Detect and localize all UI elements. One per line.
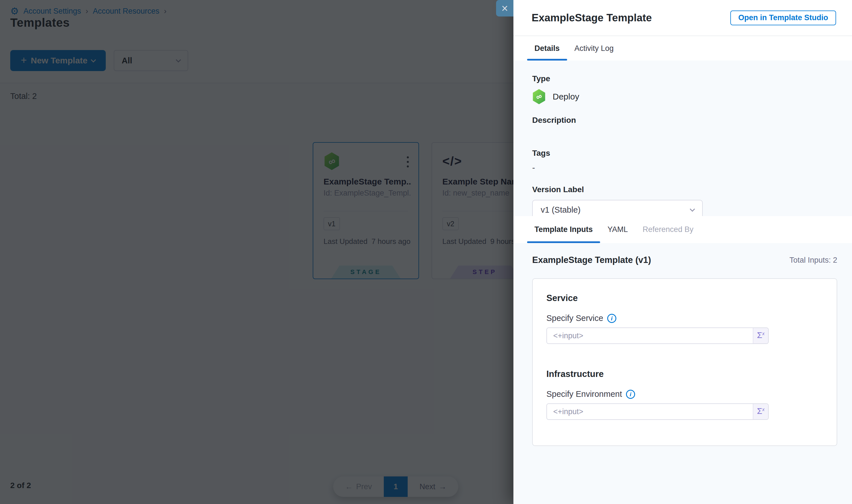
tab-details[interactable]: Details — [527, 36, 567, 60]
details-section: Type ∞ Deploy Description Tags - Version… — [513, 60, 852, 216]
drawer-header: ExampleStage Template Open in Template S… — [513, 0, 852, 36]
specify-environment-label-row: Specify Environment i — [546, 390, 823, 399]
info-icon: i — [607, 314, 616, 323]
version-select-value: v1 (Stable) — [541, 205, 581, 215]
tab-template-inputs[interactable]: Template Inputs — [527, 216, 600, 243]
drawer-inner-tabbar: Template Inputs YAML Referenced By — [513, 216, 852, 243]
inputs-card: Service Specify Service i Σ x Infrastruc… — [532, 278, 837, 446]
service-input-group: Σ x — [546, 327, 769, 344]
specify-service-label-row: Specify Service i — [546, 313, 823, 323]
info-icon: i — [626, 390, 635, 399]
close-drawer-button[interactable]: × — [496, 0, 513, 17]
specify-service-label: Specify Service — [546, 313, 603, 323]
description-label: Description — [532, 116, 836, 125]
tab-activity-log[interactable]: Activity Log — [567, 36, 621, 60]
type-value-row: ∞ Deploy — [532, 89, 836, 104]
expression-sigma-icon[interactable]: Σ x — [753, 404, 768, 419]
specify-environment-label: Specify Environment — [546, 390, 622, 399]
inputs-heading-row: ExampleStage Template (v1) Total Inputs:… — [532, 255, 837, 265]
tab-referenced-by[interactable]: Referenced By — [635, 216, 701, 243]
open-template-studio-button[interactable]: Open in Template Studio — [730, 11, 836, 25]
service-input[interactable] — [547, 328, 753, 343]
app-root: ⚙ Account Settings › Account Resources ›… — [0, 0, 852, 504]
drawer-title: ExampleStage Template — [532, 12, 652, 24]
expression-sigma-icon[interactable]: Σ x — [753, 328, 768, 343]
environment-input[interactable] — [547, 404, 753, 419]
drawer-tabbar: Details Activity Log — [513, 36, 852, 60]
template-details-drawer: × ExampleStage Template Open in Template… — [513, 0, 852, 504]
close-icon: × — [502, 3, 508, 14]
type-value: Deploy — [552, 92, 579, 102]
service-heading: Service — [546, 293, 823, 303]
chevron-down-icon — [690, 206, 695, 212]
infrastructure-heading: Infrastructure — [546, 369, 823, 379]
version-label: Version Label — [532, 185, 836, 194]
deploy-hexagon-icon: ∞ — [532, 89, 546, 104]
inputs-heading: ExampleStage Template (v1) — [532, 255, 651, 265]
type-label: Type — [532, 74, 836, 83]
tags-value: - — [532, 163, 836, 173]
environment-input-group: Σ x — [546, 403, 769, 420]
template-inputs-section: ExampleStage Template (v1) Total Inputs:… — [513, 243, 852, 504]
tags-label: Tags — [532, 149, 836, 158]
total-inputs-label: Total Inputs: 2 — [790, 256, 837, 265]
tab-yaml[interactable]: YAML — [600, 216, 635, 243]
